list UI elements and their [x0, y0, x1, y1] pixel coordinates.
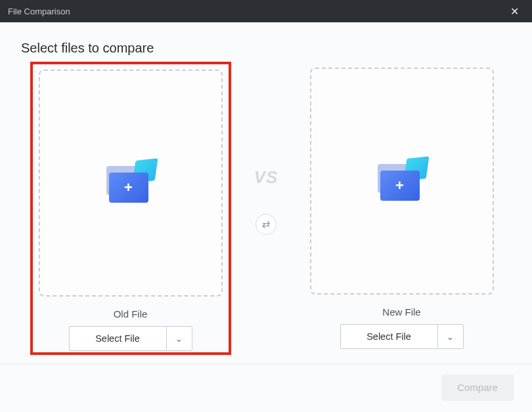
new-file-select-group: Select File ⌄ [303, 324, 500, 349]
new-select-file-dropdown[interactable]: ⌄ [437, 324, 464, 349]
swap-button[interactable]: ⇄ [255, 214, 277, 235]
new-file-dropzone[interactable]: + [310, 68, 494, 295]
old-file-label: Old File [34, 308, 227, 319]
new-select-file-button[interactable]: Select File [340, 324, 437, 349]
vs-column: VS ⇄ [240, 68, 292, 235]
plus-icon: + [395, 178, 404, 193]
compare-panels: + Old File Select File ⌄ VS ⇄ [21, 68, 511, 353]
title-bar: File Comparison ✕ [0, 0, 532, 22]
swap-icon: ⇄ [262, 218, 271, 230]
folder-add-icon: + [378, 160, 426, 202]
page-heading: Select files to compare [21, 41, 511, 56]
content-area: Select files to compare + Old File Selec… [0, 22, 532, 360]
new-file-label: New File [303, 306, 500, 318]
window-title: File Comparison [8, 7, 505, 16]
chevron-down-icon: ⌄ [447, 332, 454, 342]
close-icon[interactable]: ✕ [505, 3, 524, 20]
folder-add-icon: + [106, 162, 155, 204]
old-file-dropzone[interactable]: + [39, 70, 223, 297]
chevron-down-icon: ⌄ [175, 334, 183, 344]
plus-icon: + [124, 180, 133, 195]
compare-button[interactable]: Compare [441, 375, 514, 401]
footer-bar: Compare [0, 363, 532, 411]
old-file-panel: + Old File Select File ⌄ [32, 68, 229, 353]
new-file-panel: + New File Select File ⌄ [303, 68, 500, 349]
old-select-file-button[interactable]: Select File [69, 326, 166, 351]
vs-label: VS [254, 167, 278, 188]
old-file-select-group: Select File ⌄ [34, 326, 227, 351]
old-select-file-dropdown[interactable]: ⌄ [166, 326, 192, 351]
